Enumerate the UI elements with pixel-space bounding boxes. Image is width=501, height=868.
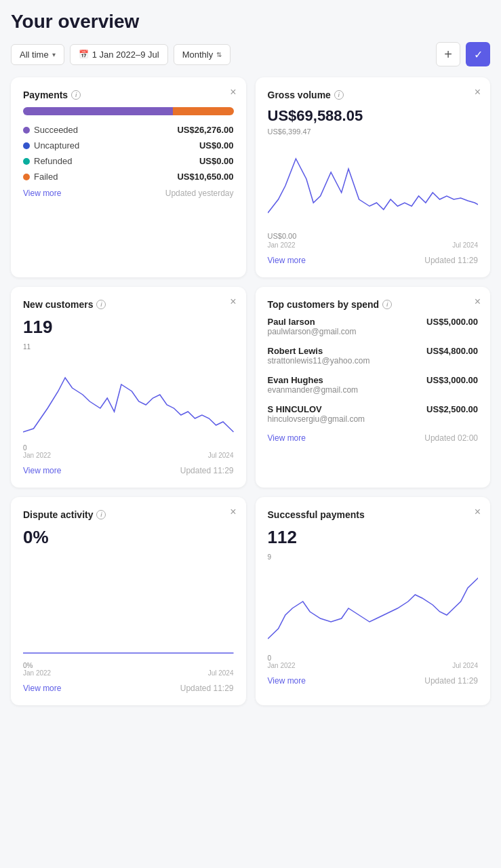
dispute-activity-updated: Updated 11:29 — [180, 684, 234, 693]
top-customers-info-icon[interactable]: i — [382, 300, 392, 309]
payments-updated: Updated yesterday — [165, 189, 234, 198]
payments-card-title: Payments i — [23, 90, 234, 100]
new-customers-footer: View more Updated 11:29 — [23, 466, 234, 475]
new-customers-close-button[interactable]: × — [230, 296, 236, 307]
progress-failed — [173, 107, 233, 115]
successful-payments-date-end: Jul 2024 — [452, 662, 478, 669]
gross-volume-footer: View more Updated 11:29 — [268, 256, 479, 265]
payment-row-succeeded: Succeeded US$26,276.00 — [23, 125, 234, 135]
payments-info-icon[interactable]: i — [71, 90, 81, 100]
payments-card: Payments i × Succeeded US$26,276.00 Unca… — [11, 77, 246, 277]
new-customers-view-more[interactable]: View more — [23, 466, 61, 475]
payments-close-button[interactable]: × — [230, 87, 236, 98]
new-customers-date-start: Jan 2022 — [23, 452, 51, 459]
new-customers-chart — [23, 351, 234, 441]
successful-payments-view-more[interactable]: View more — [268, 676, 306, 686]
gross-volume-card-title: Gross volume i — [268, 90, 479, 100]
top-customers-updated: Updated 02:00 — [424, 433, 478, 443]
row-1: Payments i × Succeeded US$26,276.00 Unca… — [11, 77, 490, 277]
gross-volume-top-label: US$6,399.47 — [268, 127, 479, 136]
chevron-down-icon-period: ⇅ — [216, 51, 222, 58]
top-customers-footer: View more Updated 02:00 — [268, 433, 479, 443]
dot-refunded — [23, 158, 30, 165]
time-range-filter[interactable]: All time ▾ — [11, 44, 64, 65]
successful-payments-date-start: Jan 2022 — [268, 662, 296, 669]
row-2: New customers i × 119 11 0 Jan 2022 Jul … — [11, 287, 490, 488]
time-range-label: All time — [20, 50, 49, 60]
dispute-activity-view-more[interactable]: View more — [23, 684, 61, 693]
top-customers-card-title: Top customers by spend i — [268, 299, 479, 310]
successful-payments-chart — [268, 561, 479, 652]
row-3: Dispute activity i × 0% 0% Jan 2022 Jul … — [11, 497, 490, 705]
dispute-date-start: Jan 2022 — [23, 669, 51, 677]
page-header: Your overview All time ▾ 📅 1 Jan 2022–9 … — [11, 11, 490, 66]
gross-volume-amount: US$69,588.05 — [268, 107, 479, 125]
dispute-activity-card: Dispute activity i × 0% 0% Jan 2022 Jul … — [11, 497, 246, 705]
payments-progress-bar — [23, 107, 234, 115]
period-filter[interactable]: Monthly ⇅ — [174, 44, 231, 65]
payment-row-failed: Failed US$10,650.00 — [23, 172, 234, 182]
gross-volume-info-icon[interactable]: i — [334, 90, 344, 100]
dot-uncaptured — [23, 142, 30, 149]
dispute-bottom-label: 0% — [23, 662, 234, 669]
progress-succeeded — [23, 107, 173, 115]
new-customers-count: 119 — [23, 317, 234, 338]
new-customers-card-title: New customers i — [23, 299, 234, 310]
successful-payments-updated: Updated 11:29 — [424, 676, 478, 686]
dispute-dates: Jan 2022 Jul 2024 — [23, 669, 234, 677]
dispute-activity-percent: 0% — [23, 527, 234, 548]
payments-footer: View more Updated yesterday — [23, 189, 234, 198]
successful-payments-bottom-label: 0 — [268, 654, 479, 662]
successful-payments-dates: Jan 2022 Jul 2024 — [268, 662, 479, 669]
successful-payments-card-title: Successful payments — [268, 509, 479, 520]
top-customers-view-more[interactable]: View more — [268, 433, 306, 443]
gross-volume-view-more[interactable]: View more — [268, 256, 306, 265]
gross-volume-chart — [268, 138, 479, 229]
dot-succeeded — [23, 127, 30, 134]
dispute-activity-chart — [23, 568, 234, 659]
new-customers-bottom-label: 0 — [23, 444, 234, 452]
successful-payments-count: 112 — [268, 527, 479, 548]
successful-payments-close-button[interactable]: × — [475, 507, 481, 517]
list-item: S HINCULOV hinculovsergiu@gmail.com US$2… — [268, 404, 479, 424]
list-item: Paul larson paulwlarson@gmail.com US$5,0… — [268, 317, 479, 336]
top-customers-card: Top customers by spend i × Paul larson p… — [256, 287, 491, 488]
new-customers-updated: Updated 11:29 — [180, 466, 234, 475]
payments-view-more[interactable]: View more — [23, 189, 61, 198]
dispute-activity-card-title: Dispute activity i — [23, 509, 234, 520]
successful-payments-top-label: 9 — [268, 553, 479, 561]
toolbar: All time ▾ 📅 1 Jan 2022–9 Jul Monthly ⇅ … — [11, 42, 490, 66]
successful-payments-card: Successful payments × 112 9 0 Jan 2022 J… — [256, 497, 491, 705]
new-customers-info-icon[interactable]: i — [96, 300, 106, 309]
gross-volume-card: Gross volume i × US$69,588.05 US$6,399.4… — [256, 77, 491, 277]
gross-volume-date-start: Jan 2022 — [268, 241, 296, 249]
list-item: Evan Hughes evanmander@gmail.com US$3,00… — [268, 375, 479, 395]
new-customers-card: New customers i × 119 11 0 Jan 2022 Jul … — [11, 287, 246, 488]
payment-row-uncaptured: Uncaptured US$0.00 — [23, 140, 234, 151]
new-customers-date-end: Jul 2024 — [208, 452, 234, 459]
gross-volume-date-end: Jul 2024 — [452, 241, 478, 249]
gross-volume-close-button[interactable]: × — [475, 87, 481, 98]
customer-list: Paul larson paulwlarson@gmail.com US$5,0… — [268, 317, 479, 424]
top-customers-close-button[interactable]: × — [475, 296, 481, 307]
payment-row-refunded: Refunded US$0.00 — [23, 156, 234, 166]
dispute-activity-info-icon[interactable]: i — [96, 510, 106, 519]
new-customers-dates: Jan 2022 Jul 2024 — [23, 452, 234, 459]
chevron-down-icon: ▾ — [52, 51, 56, 58]
dot-failed — [23, 174, 30, 180]
gross-volume-dates: Jan 2022 Jul 2024 — [268, 241, 479, 249]
successful-payments-footer: View more Updated 11:29 — [268, 676, 479, 686]
dispute-activity-close-button[interactable]: × — [230, 507, 236, 517]
date-range-filter[interactable]: 📅 1 Jan 2022–9 Jul — [70, 44, 168, 65]
calendar-icon: 📅 — [79, 50, 89, 59]
gross-volume-bottom-label: US$0.00 — [268, 232, 479, 240]
dispute-activity-footer: View more Updated 11:29 — [23, 684, 234, 693]
add-widget-button[interactable]: + — [436, 42, 460, 66]
new-customers-top-label: 11 — [23, 343, 234, 351]
period-label: Monthly — [182, 50, 214, 60]
confirm-button[interactable]: ✓ — [466, 42, 490, 66]
page-title: Your overview — [11, 11, 490, 33]
gross-volume-updated: Updated 11:29 — [424, 256, 478, 265]
dispute-date-end: Jul 2024 — [208, 669, 234, 677]
list-item: Robert Lewis strattonlewis11@yahoo.com U… — [268, 346, 479, 366]
